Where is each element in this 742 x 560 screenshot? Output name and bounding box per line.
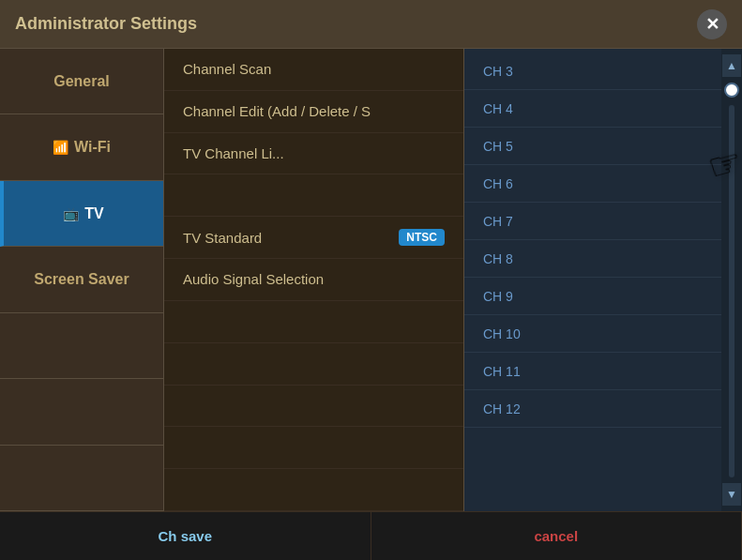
bottom-bar: Ch save cancel <box>0 511 742 560</box>
menu-spacer-1 <box>164 174 463 217</box>
channel-item-ch12[interactable]: CH 12 <box>464 390 721 428</box>
menu-audio-signal[interactable]: Audio Signal Selection <box>164 259 463 301</box>
menu-spacer-6 <box>164 469 463 511</box>
scroll-down-button[interactable]: ▼ <box>722 483 741 506</box>
channel-list-panel: CH 3CH 4CH 5CH 6CH 7CH 8CH 9CH 10CH 11CH… <box>464 49 742 511</box>
dialog-title: Administrator Settings <box>15 14 197 34</box>
scrollbar: ▲ ▼ <box>721 49 742 511</box>
scroll-down-icon: ▼ <box>726 488 737 501</box>
close-button[interactable]: ✕ <box>697 9 727 39</box>
cancel-label: cancel <box>534 528 578 544</box>
channel-item-ch8[interactable]: CH 8 <box>464 240 721 278</box>
cancel-button[interactable]: cancel <box>371 512 743 560</box>
menu-spacer-5 <box>164 427 463 469</box>
menu-tv-channel-list-label: TV Channel Li... <box>183 145 284 161</box>
sidebar-empty-1 <box>0 313 163 379</box>
sidebar-label-general: General <box>53 73 110 90</box>
wifi-icon: 📶 <box>53 140 68 155</box>
title-bar: Administrator Settings ✕ <box>0 0 742 49</box>
sidebar-empty-2 <box>0 379 163 445</box>
menu-spacer-2 <box>164 301 463 343</box>
save-label: Ch save <box>158 528 212 544</box>
scroll-up-button[interactable]: ▲ <box>722 54 741 77</box>
channel-item-ch7[interactable]: CH 7 <box>464 203 721 240</box>
menu-channel-scan[interactable]: Channel Scan <box>164 49 463 91</box>
channel-item-ch11[interactable]: CH 11 <box>464 353 721 390</box>
sidebar-item-general[interactable]: General <box>0 49 163 114</box>
menu-spacer-4 <box>164 386 463 428</box>
menu-channel-edit[interactable]: Channel Edit (Add / Delete / S <box>164 91 463 133</box>
tv-icon: 📺 <box>63 206 79 221</box>
sidebar: General 📶 Wi-Fi 📺 TV Screen Saver <box>0 49 164 511</box>
scroll-up-icon: ▲ <box>726 59 737 72</box>
content-area: General 📶 Wi-Fi 📺 TV Screen Saver Channe… <box>0 49 742 511</box>
sidebar-label-tv: TV <box>84 205 103 222</box>
menu-channel-edit-label: Channel Edit (Add / Delete / S <box>183 103 371 119</box>
menu-tv-standard[interactable]: TV Standard NTSC <box>164 217 463 259</box>
sidebar-item-screen-saver[interactable]: Screen Saver <box>0 247 163 312</box>
channel-item-ch5[interactable]: CH 5 <box>464 128 721 165</box>
menu-channel-scan-label: Channel Scan <box>183 61 271 77</box>
sidebar-label-wifi: Wi-Fi <box>74 139 111 156</box>
menu-tv-channel-list[interactable]: TV Channel Li... <box>164 133 463 175</box>
sidebar-empty-3 <box>0 446 163 511</box>
scroll-track <box>729 105 734 477</box>
channel-item-ch3[interactable]: CH 3 <box>464 53 721 90</box>
channel-item-ch9[interactable]: CH 9 <box>464 278 721 315</box>
sidebar-item-tv[interactable]: 📺 TV <box>0 181 163 247</box>
channel-item-ch4[interactable]: CH 4 <box>464 90 721 128</box>
menu-panel: Channel Scan Channel Edit (Add / Delete … <box>164 49 464 511</box>
sidebar-item-wifi[interactable]: 📶 Wi-Fi <box>0 114 163 180</box>
channel-item-ch6[interactable]: CH 6 <box>464 165 721 203</box>
save-button[interactable]: Ch save <box>0 512 371 560</box>
menu-spacer-3 <box>164 343 463 386</box>
channel-item-ch10[interactable]: CH 10 <box>464 315 721 353</box>
menu-audio-signal-label: Audio Signal Selection <box>183 271 324 287</box>
ntsc-badge: NTSC <box>399 229 445 246</box>
scroll-thumb[interactable] <box>724 83 739 98</box>
channel-list: CH 3CH 4CH 5CH 6CH 7CH 8CH 9CH 10CH 11CH… <box>464 49 721 511</box>
sidebar-label-screensaver: Screen Saver <box>34 271 129 288</box>
admin-settings-dialog: Administrator Settings ✕ General 📶 Wi-Fi… <box>0 0 742 560</box>
channel-list-area: CH 3CH 4CH 5CH 6CH 7CH 8CH 9CH 10CH 11CH… <box>464 49 742 511</box>
menu-tv-standard-label: TV Standard <box>183 230 262 246</box>
